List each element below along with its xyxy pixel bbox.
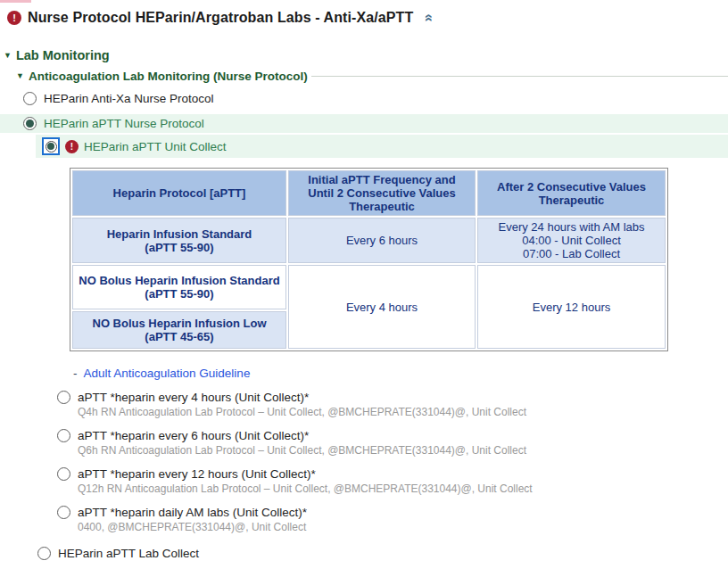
order-detail-text: Q4h RN Anticoagulation Lab Protocol – Un… [78,406,728,418]
option-aptt-q4h[interactable]: aPTT *heparin every 4 hours (Unit Collec… [57,391,728,418]
option-label: aPTT *heparin daily AM labs (Unit Collec… [78,506,307,519]
option-label: HEParin aPTT Unit Collect [84,140,227,153]
radio-button-selected[interactable] [23,117,37,130]
table-cell: Every 4 hours [288,265,476,349]
adult-anticoagulation-guideline-link[interactable]: Adult Anticoagulation Guideline [84,367,251,380]
option-label: aPTT *heparin every 12 hours (Unit Colle… [78,467,316,481]
table-header-cell: After 2 Consecutive Values Therapeutic [477,170,666,216]
table-header-cell: Heparin Protocol [aPTT] [72,170,286,216]
focused-radio-button[interactable] [42,137,60,155]
section-lab-monitoring: ▼ Lab Monitoring [4,48,728,62]
radio-button[interactable] [37,547,51,560]
table-cell: Every 24 hours with AM labs 04:00 - Unit… [477,218,666,263]
section-anticoagulation-label: Anticoagulation Lab Monitoring (Nurse Pr… [29,70,308,83]
radio-button[interactable] [57,429,70,442]
page-title: Nurse Protocol HEParin/Argatroban Labs -… [28,10,413,26]
frequency-options: aPTT *heparin every 4 hours (Unit Collec… [57,391,728,533]
table-cell: NO Bolus Heparin Infusion Standard (aPTT… [72,265,286,309]
alert-icon: ! [65,140,79,153]
radio-button[interactable] [57,467,70,481]
table-cell: Every 12 hours [477,265,666,349]
table-header-cell: Initial aPTT Frequency and Until 2 Conse… [288,170,476,216]
option-label: aPTT *heparin every 4 hours (Unit Collec… [78,391,309,404]
option-heparin-aptt[interactable]: HEParin aPTT Nurse Protocol [0,114,728,133]
option-heparin-aptt-unit-collect[interactable]: ! HEParin aPTT Unit Collect [36,135,728,158]
order-detail-text: 0400, @BMCHEPRATE(331044)@, Unit Collect [78,521,728,533]
section-anticoagulation: ▼ Anticoagulation Lab Monitoring (Nurse … [16,70,728,83]
table-cell: Every 6 hours [288,218,476,263]
collapse-triangle-icon[interactable]: ▼ [16,72,24,80]
option-aptt-daily-am[interactable]: aPTT *heparin daily AM labs (Unit Collec… [57,506,728,533]
option-label: HEParin aPTT Lab Collect [58,547,199,560]
heparin-protocol-table: Heparin Protocol [aPTT] Initial aPTT Fre… [70,168,668,351]
order-detail-text: Q6h RN Anticoagulation Lab Protocol – Un… [78,444,728,457]
table-cell: NO Bolus Heparin Infusion Low (aPTT 45-6… [72,311,286,349]
protocol-header: ! Nurse Protocol HEParin/Argatroban Labs… [0,0,728,26]
section-lab-monitoring-label: Lab Monitoring [16,48,110,62]
radio-button-selected[interactable] [46,141,57,153]
option-aptt-q12h[interactable]: aPTT *heparin every 12 hours (Unit Colle… [57,467,728,495]
order-detail-text: Q12h RN Anticoagulation Lab Protocol – U… [78,482,728,495]
radio-button[interactable] [57,391,70,404]
section-divider-line [311,76,728,77]
table-cell: Heparin Infusion Standard (aPTT 55-90) [72,218,286,263]
option-aptt-q6h[interactable]: aPTT *heparin every 6 hours (Unit Collec… [57,429,728,457]
top-edge-mark [0,0,31,3]
option-heparin-anti-xa[interactable]: HEParin Anti-Xa Nurse Protocol [0,89,728,108]
radio-button[interactable] [57,506,70,519]
alert-icon: ! [7,11,21,25]
option-label: aPTT *heparin every 6 hours (Unit Collec… [78,429,309,442]
collapse-section-icon[interactable]: « [423,14,437,22]
guideline-link-row: - Adult Anticoagulation Guideline [73,367,728,380]
collapse-triangle-icon[interactable]: ▼ [4,52,12,60]
radio-button[interactable] [23,92,37,105]
option-heparin-aptt-lab-collect[interactable]: HEParin aPTT Lab Collect [37,544,728,563]
option-label: HEParin aPTT Nurse Protocol [44,117,204,130]
link-dash-prefix: - [73,367,78,380]
option-label: HEParin Anti-Xa Nurse Protocol [44,92,214,105]
